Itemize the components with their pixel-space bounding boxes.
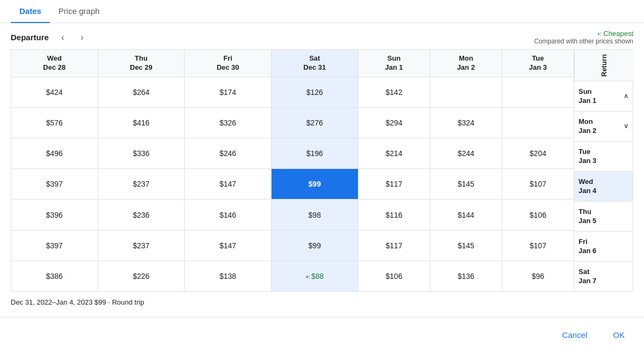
price-cell[interactable]: $126 <box>271 77 358 107</box>
price-cell[interactable]: $107 <box>502 169 574 200</box>
compared-text: Compared with other prices shown <box>534 38 633 45</box>
chevron-down-icon[interactable]: ∨ <box>624 122 628 131</box>
app-container: Dates Price graph Departure ‹ › +: Cheap… <box>0 0 644 352</box>
ok-button[interactable]: OK <box>604 326 633 344</box>
price-grid: WedDec 28 ThuDec 29 FriDec 30 SatDec 31 … <box>11 49 574 292</box>
price-cell[interactable]: $237 <box>98 230 185 261</box>
price-cell[interactable]: $147 <box>185 169 272 200</box>
header-row: Departure ‹ › +: Cheapest Compared with … <box>0 23 644 49</box>
return-date-label: WedJan 4 <box>579 178 596 196</box>
price-cell[interactable]: $136 <box>430 261 502 291</box>
col-header-tue-jan3[interactable]: TueJan 3 <box>502 50 574 77</box>
price-cell[interactable]: $576 <box>11 107 98 138</box>
price-cell[interactable]: $396 <box>11 200 98 230</box>
cheapest-legend: +: Cheapest Compared with other prices s… <box>534 29 633 45</box>
price-cell[interactable]: $324 <box>430 107 502 138</box>
price-cell[interactable]: $146 <box>185 200 272 230</box>
price-cell[interactable]: $147 <box>185 230 272 261</box>
price-cell[interactable]: $138 <box>185 261 272 291</box>
chevron-up-icon[interactable]: ∧ <box>624 92 628 101</box>
return-date-cell[interactable]: WedJan 4 <box>574 172 633 202</box>
price-cell[interactable]: $424 <box>11 77 98 107</box>
return-sidebar: Return SunJan 1∧MonJan 2∨TueJan 3WedJan … <box>574 49 633 292</box>
price-cell[interactable]: $99 <box>271 169 358 200</box>
price-cell[interactable]: $98 <box>271 200 358 230</box>
nav-arrows: ‹ › <box>55 30 90 45</box>
col-header-wed-dec28[interactable]: WedDec 28 <box>11 50 98 77</box>
price-cell[interactable]: $264 <box>98 77 185 107</box>
price-cell[interactable]: +:$88 <box>271 261 358 291</box>
price-cell[interactable]: $99 <box>271 230 358 261</box>
price-cell[interactable] <box>430 77 502 107</box>
price-cell[interactable]: $336 <box>98 138 185 169</box>
price-cell[interactable]: $107 <box>502 230 574 261</box>
price-cell[interactable]: $106 <box>358 261 430 291</box>
col-header-thu-dec29[interactable]: ThuDec 29 <box>98 50 185 77</box>
grid-wrapper: WedDec 28 ThuDec 29 FriDec 30 SatDec 31 … <box>0 49 644 292</box>
price-cell[interactable]: $386 <box>11 261 98 291</box>
price-cell[interactable]: $276 <box>271 107 358 138</box>
price-cell[interactable]: $326 <box>185 107 272 138</box>
price-cell[interactable]: $416 <box>98 107 185 138</box>
tabs-bar: Dates Price graph <box>0 0 644 23</box>
departure-section: Departure ‹ › <box>11 30 90 45</box>
return-date-cell[interactable]: TueJan 3 <box>574 142 633 172</box>
price-cell[interactable]: $237 <box>98 169 185 200</box>
footer-actions: Cancel OK <box>0 317 644 352</box>
return-header: Return <box>574 49 633 82</box>
col-header-sun-jan1[interactable]: SunJan 1 <box>358 50 430 77</box>
next-arrow-button[interactable]: › <box>75 30 90 45</box>
return-date-label: TueJan 3 <box>579 147 596 166</box>
return-date-cell[interactable]: SatJan 7 <box>574 262 633 292</box>
tab-dates[interactable]: Dates <box>11 0 50 23</box>
price-cell[interactable]: $106 <box>502 200 574 230</box>
col-header-sat-dec31[interactable]: SatDec 31 <box>271 50 358 77</box>
cheapest-label: Cheapest <box>603 29 633 38</box>
price-cell[interactable]: $226 <box>98 261 185 291</box>
return-date-label: FriJan 6 <box>579 238 596 256</box>
return-date-label: SunJan 1 <box>579 87 596 106</box>
price-cell[interactable]: $397 <box>11 230 98 261</box>
price-cell[interactable]: $144 <box>430 200 502 230</box>
prev-arrow-button[interactable]: ‹ <box>55 30 70 45</box>
summary-bar: Dec 31, 2022–Jan 4, 2023 $99 · Round tri… <box>0 292 644 313</box>
price-cell[interactable] <box>502 107 574 138</box>
return-date-label: SatJan 7 <box>579 268 596 286</box>
return-date-cell[interactable]: FriJan 6 <box>574 232 633 262</box>
price-cell[interactable]: $196 <box>271 138 358 169</box>
return-date-cell[interactable]: MonJan 2∨ <box>574 112 633 142</box>
price-cell[interactable]: $117 <box>358 230 430 261</box>
return-date-cell[interactable]: ThuJan 5 <box>574 202 633 232</box>
price-cell[interactable]: $294 <box>358 107 430 138</box>
col-header-fri-dec30[interactable]: FriDec 30 <box>185 50 272 77</box>
departure-label: Departure <box>11 33 49 42</box>
return-dates: SunJan 1∧MonJan 2∨TueJan 3WedJan 4ThuJan… <box>574 82 633 292</box>
return-date-cell[interactable]: SunJan 1∧ <box>574 82 633 112</box>
price-cell[interactable]: $116 <box>358 200 430 230</box>
price-cell[interactable]: $117 <box>358 169 430 200</box>
cancel-button[interactable]: Cancel <box>554 326 596 344</box>
return-date-label: ThuJan 5 <box>579 208 596 226</box>
price-cell[interactable]: $204 <box>502 138 574 169</box>
price-cell[interactable]: $246 <box>185 138 272 169</box>
price-cell[interactable]: $244 <box>430 138 502 169</box>
price-cell[interactable]: $214 <box>358 138 430 169</box>
price-cell[interactable]: $174 <box>185 77 272 107</box>
col-header-mon-jan2[interactable]: MonJan 2 <box>430 50 502 77</box>
price-cell[interactable]: $496 <box>11 138 98 169</box>
price-cell[interactable]: $142 <box>358 77 430 107</box>
price-cell[interactable]: $145 <box>430 169 502 200</box>
tab-price-graph[interactable]: Price graph <box>50 0 108 23</box>
price-cell[interactable]: $397 <box>11 169 98 200</box>
return-date-label: MonJan 2 <box>579 117 596 136</box>
price-cell[interactable]: $236 <box>98 200 185 230</box>
price-cell[interactable]: $145 <box>430 230 502 261</box>
price-cell[interactable]: $96 <box>502 261 574 291</box>
cheapest-icon: +: <box>597 31 602 37</box>
price-cell[interactable] <box>502 77 574 107</box>
